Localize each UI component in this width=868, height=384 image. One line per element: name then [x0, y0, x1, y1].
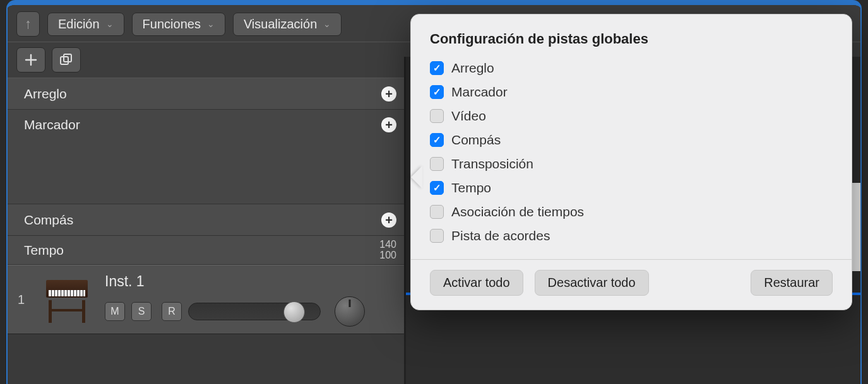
checkbox[interactable]: ✓: [430, 85, 444, 99]
global-track-option[interactable]: Asociación de tiempos: [430, 200, 833, 224]
option-label: Compás: [451, 132, 501, 148]
tempo-low-value: 100: [379, 250, 396, 261]
global-track-arreglo[interactable]: Arreglo +: [8, 78, 404, 110]
instrument-icon[interactable]: [39, 273, 95, 326]
disable-all-button[interactable]: Desactivar todo: [535, 270, 649, 296]
check-icon: ✓: [433, 86, 441, 98]
global-track-option[interactable]: Pista de acordes: [430, 224, 833, 248]
track-index: 1: [18, 293, 29, 307]
volume-slider[interactable]: [188, 303, 321, 320]
slider-thumb[interactable]: [283, 301, 305, 323]
pan-knob[interactable]: [335, 296, 365, 327]
global-track-label: Compás: [24, 212, 73, 228]
global-track-marcador[interactable]: Marcador +: [8, 110, 404, 204]
global-track-label: Marcador: [24, 117, 80, 132]
tempo-high-value: 140: [379, 240, 396, 250]
option-label: Arreglo: [451, 61, 494, 76]
popover-separator: [411, 259, 852, 260]
view-menu-label: Visualización: [244, 17, 317, 32]
chevron-down-icon: ⌄: [323, 19, 331, 29]
popover-options: ✓Arreglo✓MarcadorVídeo✓CompásTransposici…: [430, 56, 833, 248]
global-track-option[interactable]: ✓Compás: [430, 128, 833, 152]
duplicate-icon: [59, 54, 73, 66]
global-track-tempo[interactable]: Tempo 140 100: [8, 236, 404, 265]
checkbox[interactable]: [430, 205, 444, 219]
view-menu[interactable]: Visualización ⌄: [233, 13, 342, 36]
option-label: Tempo: [451, 180, 491, 195]
option-label: Pista de acordes: [451, 228, 550, 243]
enable-all-button[interactable]: Activar todo: [430, 270, 523, 296]
global-track-option[interactable]: Transposición: [430, 152, 833, 176]
functions-menu-label: Funciones: [143, 17, 201, 32]
checkbox[interactable]: [430, 157, 444, 171]
global-track-option[interactable]: ✓Marcador: [430, 80, 833, 104]
record-button[interactable]: R: [162, 302, 182, 321]
restore-button[interactable]: Restaurar: [751, 270, 833, 296]
global-track-label: Tempo: [24, 243, 64, 258]
functions-menu[interactable]: Funciones ⌄: [132, 13, 225, 36]
global-track-option[interactable]: Vídeo: [430, 104, 833, 128]
checkbox[interactable]: ✓: [430, 133, 444, 147]
mute-button[interactable]: M: [105, 302, 125, 321]
global-tracks-popover: Configuración de pistas globales ✓Arregl…: [410, 14, 852, 310]
option-label: Marcador: [451, 84, 508, 100]
option-label: Transposición: [451, 156, 533, 172]
option-label: Vídeo: [451, 108, 486, 124]
global-track-option[interactable]: ✓Arreglo: [430, 56, 833, 80]
popover-title: Configuración de pistas globales: [430, 31, 833, 47]
chevron-down-icon: ⌄: [207, 19, 215, 29]
checkbox[interactable]: [430, 229, 444, 243]
check-icon: ✓: [433, 134, 441, 146]
check-icon: ✓: [433, 62, 441, 74]
chevron-down-icon: ⌄: [106, 19, 114, 29]
checkbox[interactable]: [430, 109, 444, 123]
global-track-compas[interactable]: Compás +: [8, 204, 404, 236]
instrument-track-row[interactable]: 1 Inst. 1 M S R: [8, 265, 404, 334]
add-arreglo-button[interactable]: +: [381, 86, 396, 102]
checkbox[interactable]: ✓: [430, 181, 444, 195]
edit-menu-label: Edición: [58, 17, 100, 32]
add-compas-button[interactable]: +: [381, 212, 396, 228]
duplicate-track-button[interactable]: [52, 47, 81, 73]
track-name: Inst. 1: [105, 273, 395, 290]
global-track-option[interactable]: ✓Tempo: [430, 176, 833, 200]
edit-menu[interactable]: Edición ⌄: [47, 13, 124, 36]
hierarchy-up-button[interactable]: ↑: [16, 11, 40, 37]
add-marcador-button[interactable]: +: [381, 117, 396, 132]
option-label: Asociación de tiempos: [451, 204, 584, 219]
add-track-button[interactable]: [16, 47, 45, 73]
plus-icon: [25, 54, 37, 66]
tracks-area: Arreglo + Marcador + Compás + Tempo 140 …: [8, 78, 404, 384]
up-arrow-icon: ↑: [25, 16, 32, 32]
solo-button[interactable]: S: [131, 302, 152, 321]
organ-icon: [42, 276, 92, 323]
global-track-label: Arreglo: [24, 86, 67, 102]
checkbox[interactable]: ✓: [430, 61, 444, 75]
check-icon: ✓: [433, 182, 441, 194]
